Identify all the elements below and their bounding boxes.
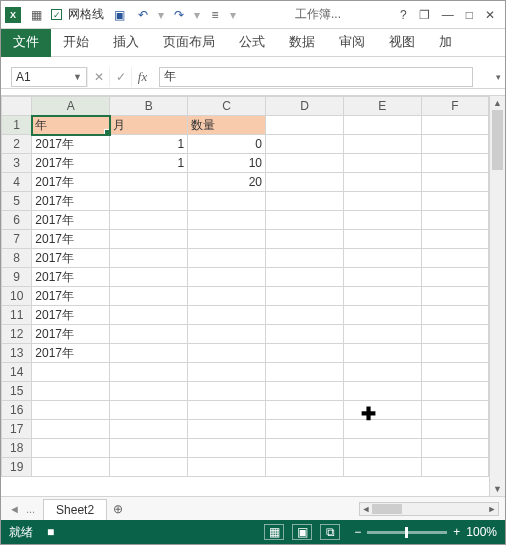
cell-C5[interactable] <box>188 192 266 211</box>
cell-A13[interactable]: 2017年 <box>32 344 110 363</box>
cell-F7[interactable] <box>421 230 488 249</box>
cell-B11[interactable] <box>110 306 188 325</box>
maximize-button[interactable]: □ <box>466 8 473 22</box>
row-header-13[interactable]: 13 <box>2 344 32 363</box>
cell-A18[interactable] <box>32 439 110 458</box>
cell-E13[interactable] <box>343 344 421 363</box>
row-header-11[interactable]: 11 <box>2 306 32 325</box>
row-header-10[interactable]: 10 <box>2 287 32 306</box>
tab-page-layout[interactable]: 页面布局 <box>151 29 227 57</box>
row-header-17[interactable]: 17 <box>2 420 32 439</box>
cell-C11[interactable] <box>188 306 266 325</box>
cell-E6[interactable] <box>343 211 421 230</box>
help-button[interactable]: ? <box>400 8 407 22</box>
cell-C14[interactable] <box>188 363 266 382</box>
cell-B10[interactable] <box>110 287 188 306</box>
tab-home[interactable]: 开始 <box>51 29 101 57</box>
cell-D4[interactable] <box>266 173 344 192</box>
row-header-1[interactable]: 1 <box>2 116 32 135</box>
cell-C2[interactable]: 0 <box>188 135 266 154</box>
cell-F10[interactable] <box>421 287 488 306</box>
grid-icon[interactable]: ▦ <box>27 6 45 24</box>
cell-F15[interactable] <box>421 382 488 401</box>
cell-A10[interactable]: 2017年 <box>32 287 110 306</box>
cell-D19[interactable] <box>266 458 344 477</box>
cell-A7[interactable]: 2017年 <box>32 230 110 249</box>
scroll-left-icon[interactable]: ◄ <box>360 503 372 515</box>
gridlines-checkbox[interactable]: ✓ <box>51 9 62 20</box>
cell-F4[interactable] <box>421 173 488 192</box>
zoom-slider-knob[interactable] <box>405 527 408 538</box>
cell-C8[interactable] <box>188 249 266 268</box>
row-header-16[interactable]: 16 <box>2 401 32 420</box>
cell-E5[interactable] <box>343 192 421 211</box>
row-header-2[interactable]: 2 <box>2 135 32 154</box>
zoom-in-button[interactable]: + <box>453 525 460 539</box>
cell-B16[interactable] <box>110 401 188 420</box>
cell-C12[interactable] <box>188 325 266 344</box>
sheet-nav-more[interactable]: ... <box>26 503 35 515</box>
vscroll-thumb[interactable] <box>492 110 503 170</box>
formula-expand-button[interactable]: ▾ <box>491 72 505 82</box>
cell-B1[interactable]: 月 <box>110 116 188 135</box>
cell-D14[interactable] <box>266 363 344 382</box>
cell-F6[interactable] <box>421 211 488 230</box>
row-header-19[interactable]: 19 <box>2 458 32 477</box>
formula-cancel-button[interactable]: ✕ <box>87 67 109 87</box>
tab-more[interactable]: 加 <box>427 29 464 57</box>
horizontal-scrollbar[interactable]: ◄ ► <box>359 502 499 516</box>
formula-input[interactable]: 年 <box>159 67 473 87</box>
list-icon[interactable]: ≡ <box>206 6 224 24</box>
cell-A3[interactable]: 2017年 <box>32 154 110 173</box>
row-header-7[interactable]: 7 <box>2 230 32 249</box>
cell-B14[interactable] <box>110 363 188 382</box>
cell-D9[interactable] <box>266 268 344 287</box>
col-header-E[interactable]: E <box>343 97 421 116</box>
cell-E1[interactable] <box>343 116 421 135</box>
cell-A5[interactable]: 2017年 <box>32 192 110 211</box>
row-header-14[interactable]: 14 <box>2 363 32 382</box>
cell-E16[interactable] <box>343 401 421 420</box>
cell-E18[interactable] <box>343 439 421 458</box>
minimize-button[interactable]: — <box>442 8 454 22</box>
cell-C7[interactable] <box>188 230 266 249</box>
cell-D17[interactable] <box>266 420 344 439</box>
col-header-A[interactable]: A <box>32 97 110 116</box>
cell-B19[interactable] <box>110 458 188 477</box>
tab-review[interactable]: 审阅 <box>327 29 377 57</box>
cell-B7[interactable] <box>110 230 188 249</box>
save-button[interactable]: ▣ <box>110 6 128 24</box>
cell-B8[interactable] <box>110 249 188 268</box>
cell-F12[interactable] <box>421 325 488 344</box>
cell-A11[interactable]: 2017年 <box>32 306 110 325</box>
cell-E8[interactable] <box>343 249 421 268</box>
scroll-up-icon[interactable]: ▲ <box>490 96 505 110</box>
scroll-right-icon[interactable]: ► <box>486 503 498 515</box>
cell-A12[interactable]: 2017年 <box>32 325 110 344</box>
cell-E4[interactable] <box>343 173 421 192</box>
tab-view[interactable]: 视图 <box>377 29 427 57</box>
col-header-D[interactable]: D <box>266 97 344 116</box>
add-sheet-button[interactable]: ⊕ <box>107 502 129 516</box>
sheet-nav-prev[interactable]: ◄ <box>9 503 20 515</box>
cell-E3[interactable] <box>343 154 421 173</box>
cell-E15[interactable] <box>343 382 421 401</box>
cell-D2[interactable] <box>266 135 344 154</box>
cell-D5[interactable] <box>266 192 344 211</box>
cell-F1[interactable] <box>421 116 488 135</box>
cell-B17[interactable] <box>110 420 188 439</box>
row-header-6[interactable]: 6 <box>2 211 32 230</box>
cell-E17[interactable] <box>343 420 421 439</box>
cell-B3[interactable]: 1 <box>110 154 188 173</box>
cell-A8[interactable]: 2017年 <box>32 249 110 268</box>
cell-F13[interactable] <box>421 344 488 363</box>
cell-C4[interactable]: 20 <box>188 173 266 192</box>
undo-button[interactable]: ↶ <box>134 6 152 24</box>
cell-E9[interactable] <box>343 268 421 287</box>
cell-A6[interactable]: 2017年 <box>32 211 110 230</box>
cell-C9[interactable] <box>188 268 266 287</box>
cell-C10[interactable] <box>188 287 266 306</box>
cell-E10[interactable] <box>343 287 421 306</box>
cell-E2[interactable] <box>343 135 421 154</box>
cell-D8[interactable] <box>266 249 344 268</box>
